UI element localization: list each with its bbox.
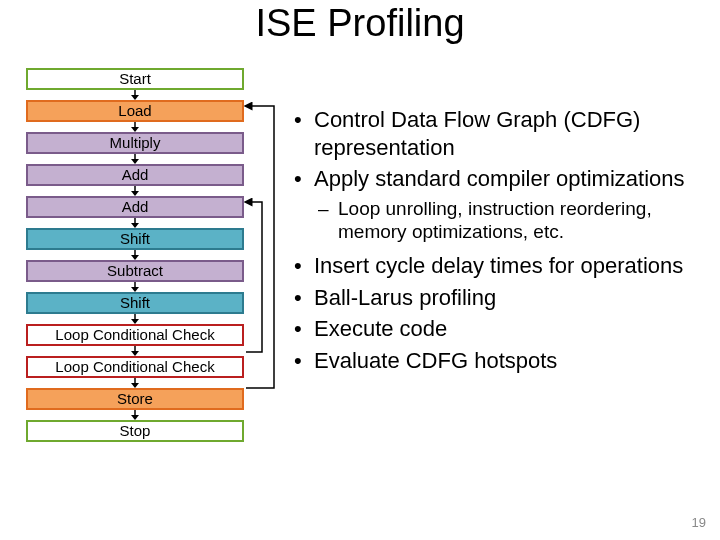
flow-node: Start	[26, 68, 244, 90]
bullet-list: Control Data Flow Graph (CDFG) represent…	[294, 106, 704, 378]
arrow-down-icon	[26, 282, 244, 292]
bullet: Control Data Flow Graph (CDFG) represent…	[294, 106, 704, 161]
flow-node: Stop	[26, 420, 244, 442]
flow-node: Subtract	[26, 260, 244, 282]
flow-node: Loop Conditional Check	[26, 356, 244, 378]
arrow-down-icon	[26, 154, 244, 164]
flow-node: Shift	[26, 228, 244, 250]
flow-node: Store	[26, 388, 244, 410]
slide-title: ISE Profiling	[0, 2, 720, 45]
page-number: 19	[692, 515, 706, 530]
arrow-down-icon	[26, 218, 244, 228]
arrow-down-icon	[26, 314, 244, 324]
arrow-down-icon	[26, 122, 244, 132]
arrow-down-icon	[26, 346, 244, 356]
arrow-down-icon	[26, 410, 244, 420]
flow-diagram: StartLoadMultiplyAddAddShiftSubtractShif…	[26, 68, 264, 442]
bullet: Insert cycle delay times for operations	[294, 252, 704, 280]
flow-node: Loop Conditional Check	[26, 324, 244, 346]
flow-node: Add	[26, 164, 244, 186]
arrow-down-icon	[26, 90, 244, 100]
bullet: Apply standard compiler optimizations	[294, 165, 704, 193]
bullet: Evaluate CDFG hotspots	[294, 347, 704, 375]
flow-node: Load	[26, 100, 244, 122]
bullet: Ball-Larus profiling	[294, 284, 704, 312]
flow-node: Add	[26, 196, 244, 218]
flow-node: Shift	[26, 292, 244, 314]
bullet: Execute code	[294, 315, 704, 343]
arrow-down-icon	[26, 186, 244, 196]
arrow-down-icon	[26, 250, 244, 260]
sub-bullet: Loop unrolling, instruction reordering, …	[294, 197, 704, 245]
arrow-down-icon	[26, 378, 244, 388]
flow-node: Multiply	[26, 132, 244, 154]
